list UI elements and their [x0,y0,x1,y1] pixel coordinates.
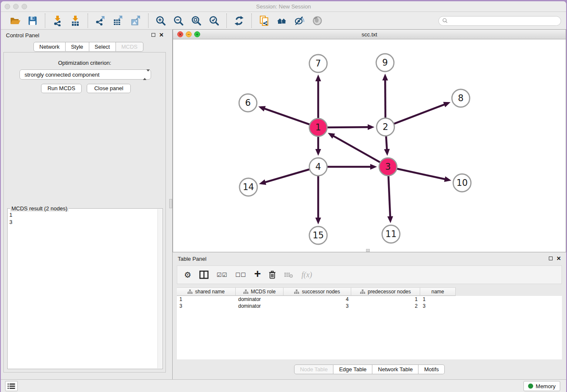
graph-edge-arrowhead [259,179,266,185]
graph-edge-3-11[interactable] [388,174,390,217]
delete-table-icon[interactable] [284,271,293,278]
result-scrollbar[interactable] [157,209,162,368]
graph-edge-arrowhead [368,124,374,130]
column-header-MCDS-role[interactable]: MCDS role [236,287,284,296]
graphics-details-icon[interactable] [294,15,305,26]
status-bar: Memory [1,379,566,392]
table-cell[interactable]: 2 [351,303,420,309]
close-panel-button[interactable]: Close panel [87,84,131,93]
float-panel-icon[interactable] [151,33,155,37]
select-stepper-icon [143,72,147,78]
export-table-icon[interactable] [113,15,124,26]
graph-edge-2-3[interactable] [386,135,387,150]
graph-edge-2-8[interactable] [393,104,445,124]
main-toolbar [1,12,566,30]
tab-mcds[interactable]: MCDS [116,42,143,52]
graph-edge-2-9[interactable] [385,80,385,119]
search-input[interactable] [448,17,561,25]
birds-eye-view-icon[interactable] [312,15,323,26]
panel-divider[interactable] [169,30,173,379]
column-header-name[interactable]: name [420,287,456,296]
titlebar: Session: New Session [1,1,566,12]
graph-edge-arrowhead [382,74,388,80]
save-session-icon[interactable] [27,15,38,26]
window-title: Session: New Session [1,3,566,10]
network-graph[interactable]: 7968124314101511 [173,39,566,252]
tab-motifs[interactable]: Motifs [418,364,445,374]
graph-node-label: 7 [315,58,321,69]
graph-edge-4-14[interactable] [264,169,311,182]
table-row[interactable]: 1dominator411 [177,296,562,303]
run-mcds-button[interactable]: Run MCDS [41,84,82,93]
graph-node-label: 11 [385,229,397,239]
network-window-titlebar[interactable]: ✕ − + scc.txt [173,30,566,39]
select-all-icon[interactable]: ☑☑ [217,272,227,278]
task-history-button[interactable] [5,381,18,391]
close-panel-icon[interactable]: ✕ [159,32,164,38]
apply-layout-icon[interactable] [234,15,245,26]
deselect-all-icon[interactable]: ☐☐ [235,272,246,278]
toolbar-separator [226,14,227,28]
table-cell[interactable]: 1 [420,296,456,303]
table-cell[interactable]: 3 [284,303,351,309]
add-column-icon[interactable]: + [254,268,261,280]
graph-node-label: 9 [382,58,388,68]
divider-grip[interactable] [169,199,172,208]
zoom-out-icon[interactable] [173,15,184,26]
column-header-predecessor-nodes[interactable]: predecessor nodes [351,287,420,296]
table-row[interactable]: 3dominator323 [177,303,562,309]
open-file-icon[interactable] [9,15,20,26]
close-table-panel-icon[interactable]: ✕ [556,255,561,262]
tab-style[interactable]: Style [66,42,89,52]
zoom-fit-icon[interactable] [191,15,202,26]
zoom-in-icon[interactable] [155,15,166,26]
criterion-select[interactable]: strongly connected component [19,69,151,80]
table-cell[interactable]: 1 [351,296,420,303]
graph-edge-3-1[interactable] [333,136,381,163]
export-network-icon[interactable] [95,15,106,26]
app-window: Session: New Session [1,1,566,392]
control-panel: Control Panel ✕ Network Style Select MCD… [1,30,169,379]
graph-edge-arrowhead [315,75,321,81]
tab-network-table[interactable]: Network Table [372,364,418,374]
network-resize-grip[interactable] [366,249,370,252]
graph-node-label: 3 [385,162,391,172]
list-icon [8,383,15,389]
memory-button[interactable]: Memory [523,381,560,391]
table-cell[interactable]: 3 [177,303,236,309]
import-network-icon[interactable] [52,15,63,26]
tab-network[interactable]: Network [33,42,66,52]
export-image-icon[interactable] [130,15,141,26]
network-window-title: scc.txt [173,31,566,38]
table-cell[interactable]: 4 [284,296,351,303]
tab-select[interactable]: Select [89,42,116,52]
delete-column-trash-icon[interactable] [269,271,276,279]
node-table[interactable]: shared nameMCDS rolesuccessor nodesprede… [177,287,562,359]
graph-edge-1-2[interactable] [326,127,369,127]
table-cell[interactable]: 1 [177,296,236,303]
import-table-icon[interactable] [70,15,81,26]
float-table-panel-icon[interactable] [549,257,553,260]
first-neighbors-icon[interactable] [276,15,287,26]
search-box[interactable] [438,16,561,26]
toolbar-separator [88,14,88,28]
table-cell[interactable]: 3 [420,303,456,309]
tab-node-table[interactable]: Node Table [294,364,334,374]
table-body: 1dominator4113dominator323 [177,296,562,359]
graph-edge-arrowhead [259,106,266,111]
table-toolbar: ⚙ ☑☑ ☐☐ + [177,265,562,284]
column-header-successor-nodes[interactable]: successor nodes [284,287,351,296]
table-cell[interactable]: dominator [236,303,284,309]
tab-edge-table[interactable]: Edge Table [333,364,372,374]
zoom-selected-icon[interactable] [209,15,220,26]
graph-edge-1-6[interactable] [264,108,311,125]
attribute-type-icon [360,290,365,294]
network-canvas[interactable]: 7968124314101511 [173,39,566,252]
network-from-selection-icon[interactable] [259,15,270,26]
column-visibility-icon[interactable] [199,271,209,279]
column-header-shared-name[interactable]: shared name [177,287,236,296]
function-builder-icon[interactable]: f(x) [301,271,312,279]
graph-edge-3-10[interactable] [396,168,446,179]
table-settings-gear-icon[interactable]: ⚙ [184,271,191,279]
table-cell[interactable]: dominator [236,296,284,303]
